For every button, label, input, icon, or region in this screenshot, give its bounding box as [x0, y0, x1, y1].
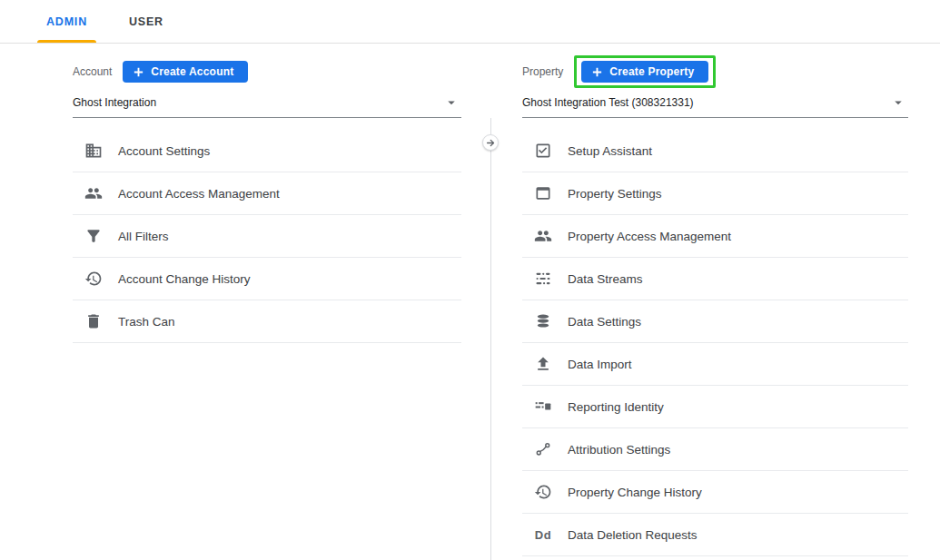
chevron-down-icon: [443, 94, 460, 111]
green-highlight-box: Create Property: [574, 55, 716, 88]
create-account-button-label: Create Account: [151, 65, 233, 78]
arrow-right-icon: [486, 138, 496, 148]
data-streams-icon: [533, 269, 553, 289]
menu-item-label: Account Change History: [118, 272, 251, 286]
account-menu: Account Settings Account Access Manageme…: [73, 130, 461, 343]
create-property-button[interactable]: Create Property: [581, 61, 708, 83]
menu-item-attribution-settings[interactable]: Attribution Settings: [522, 428, 908, 471]
menu-item-label: Data Import: [568, 358, 632, 371]
menu-item-label: Data Deletion Requests: [568, 528, 698, 542]
account-selector[interactable]: Ghost Integration: [73, 91, 461, 118]
menu-item-setup-assistant[interactable]: Setup Assistant: [522, 130, 908, 172]
menu-item-property-access-management[interactable]: Property Access Management: [522, 215, 908, 258]
menu-item-data-import[interactable]: Data Import: [522, 343, 908, 386]
menu-item-label: Attribution Settings: [568, 443, 670, 457]
account-column: Account Create Account Ghost Integration…: [73, 60, 461, 343]
menu-item-label: Reporting Identity: [568, 400, 664, 414]
attribution-icon: [533, 439, 553, 459]
account-column-header: Account Create Account: [73, 60, 461, 84]
menu-item-account-access-management[interactable]: Account Access Management: [73, 172, 461, 215]
history-icon: [84, 269, 104, 289]
filter-icon: [84, 226, 104, 246]
menu-item-data-deletion-requests[interactable]: Dd Data Deletion Requests: [522, 514, 908, 556]
property-selector-value: Ghost Integration Test (308321331): [522, 96, 694, 109]
dd-icon: Dd: [533, 525, 553, 545]
business-icon: [84, 141, 104, 161]
create-account-button[interactable]: Create Account: [123, 61, 248, 83]
people-icon: [84, 183, 104, 203]
property-label: Property: [522, 65, 563, 78]
menu-item-label: Account Access Management: [118, 187, 280, 201]
data-layers-icon: [533, 311, 553, 331]
menu-item-label: Setup Assistant: [568, 144, 652, 158]
menu-item-label: Property Settings: [568, 187, 662, 201]
reporting-identity-icon: [533, 397, 553, 417]
menu-item-data-settings[interactable]: Data Settings: [522, 300, 908, 343]
menu-item-label: All Filters: [118, 230, 169, 243]
property-selector[interactable]: Ghost Integration Test (308321331): [522, 91, 908, 118]
people-icon: [533, 226, 553, 246]
upload-icon: [533, 354, 553, 374]
menu-item-trash-can[interactable]: Trash Can: [73, 300, 461, 343]
setup-assistant-icon: [533, 141, 553, 161]
property-frame-icon: [533, 183, 553, 203]
trash-icon: [84, 311, 104, 331]
collapse-column-button[interactable]: [482, 134, 499, 151]
column-divider: [490, 118, 491, 560]
plus-icon: [591, 66, 603, 78]
menu-item-data-streams[interactable]: Data Streams: [522, 258, 908, 300]
plus-icon: [133, 66, 144, 78]
menu-item-label: Data Settings: [568, 315, 641, 329]
menu-item-reporting-identity[interactable]: Reporting Identity: [522, 386, 908, 428]
menu-item-label: Data Streams: [568, 272, 643, 286]
menu-item-all-filters[interactable]: All Filters: [73, 215, 461, 258]
chevron-down-icon: [890, 94, 906, 111]
property-menu: Setup Assistant Property Settings Proper…: [522, 130, 908, 556]
create-property-button-label: Create Property: [609, 65, 694, 78]
menu-item-label: Property Change History: [568, 486, 702, 499]
admin-tab-bar: ADMIN USER: [0, 0, 940, 44]
tab-admin[interactable]: ADMIN: [32, 0, 102, 43]
history-icon: [533, 482, 553, 502]
account-label: Account: [73, 65, 112, 78]
menu-item-label: Trash Can: [118, 315, 175, 329]
menu-item-account-settings[interactable]: Account Settings: [73, 130, 461, 172]
menu-item-property-settings[interactable]: Property Settings: [522, 172, 908, 215]
menu-item-label: Account Settings: [118, 144, 210, 158]
property-column: Property Create Property Ghost Integrati…: [522, 60, 908, 556]
menu-item-account-change-history[interactable]: Account Change History: [73, 258, 461, 300]
menu-item-label: Property Access Management: [568, 230, 731, 243]
account-selector-value: Ghost Integration: [73, 96, 156, 109]
menu-item-property-change-history[interactable]: Property Change History: [522, 471, 908, 514]
tab-user[interactable]: USER: [114, 0, 178, 43]
property-column-header: Property Create Property: [522, 60, 908, 84]
